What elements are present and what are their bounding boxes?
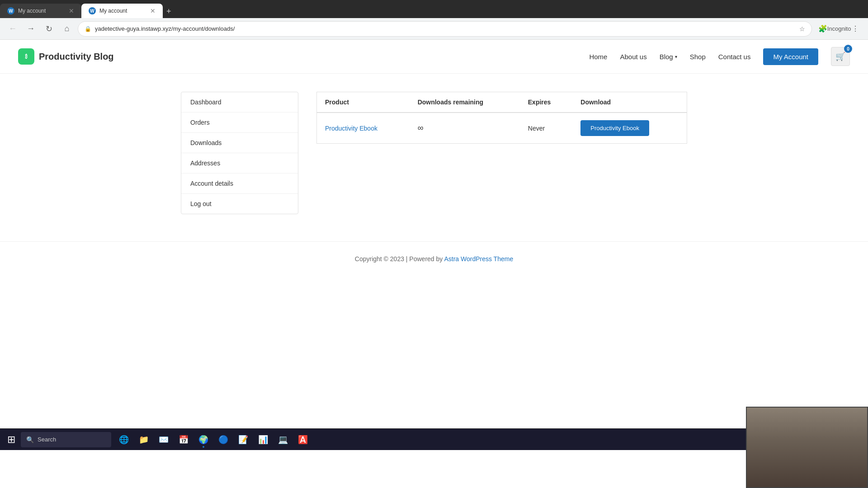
browser-tab-2[interactable]: W My account ✕	[81, 4, 163, 18]
taskbar-app-calendar[interactable]: 📅	[175, 431, 193, 449]
tab-title-1: My account	[18, 8, 65, 14]
start-button[interactable]: ⊞	[4, 432, 19, 447]
site-logo[interactable]: ₿ Productivity Blog	[18, 48, 114, 65]
my-account-button[interactable]: My Account	[763, 48, 818, 65]
taskbar-apps: 🌐 📁 ✉️ 📅 🌍 🔵 📝 📊 💻 🅰️	[115, 431, 312, 449]
taskbar-app-excel[interactable]: 📊	[254, 431, 272, 449]
col-header-downloads-remaining: Downloads remaining	[410, 92, 520, 113]
back-button[interactable]: ←	[5, 22, 20, 36]
sidebar-item-orders[interactable]: Orders	[181, 113, 298, 133]
taskbar: ⊞ 🔍 Search 🌐 📁 ✉️ 📅 🌍 🔵 📝 📊 💻 🅰️ 12:45 P…	[0, 428, 868, 450]
sidebar-item-account-details[interactable]: Account details	[181, 174, 298, 194]
browser-window: W My account ✕ W My account ✕ + ← → ↻ ⌂ …	[0, 0, 868, 40]
nav-blog[interactable]: Blog ▾	[660, 53, 677, 61]
logo-icon: ₿	[18, 48, 34, 65]
tab-close-2[interactable]: ✕	[150, 7, 156, 14]
taskbar-search-box[interactable]: 🔍 Search	[21, 432, 111, 447]
taskbar-app-edge[interactable]: 🔵	[214, 431, 232, 449]
profile-button[interactable]: Incognito	[832, 22, 846, 36]
video-background	[747, 408, 867, 450]
site-header: ₿ Productivity Blog Home About us Blog ▾…	[0, 40, 868, 74]
home-button[interactable]: ⌂	[60, 22, 74, 36]
taskbar-search-text: Search	[38, 436, 56, 443]
nav-shop[interactable]: Shop	[690, 53, 706, 61]
download-button[interactable]: Productivity Ebook	[580, 120, 649, 136]
chevron-down-icon: ▾	[675, 54, 677, 59]
cell-product: Productivity Ebook	[317, 113, 410, 144]
bookmark-icon[interactable]: ☆	[799, 25, 805, 33]
taskbar-app-mail[interactable]: ✉️	[155, 431, 173, 449]
tab-bar: W My account ✕ W My account ✕ +	[0, 0, 868, 18]
taskbar-app-adobe[interactable]: 🅰️	[294, 431, 312, 449]
url-text: yadetective-guya.instawp.xyz/my-account/…	[95, 25, 796, 32]
svg-text:₿: ₿	[25, 54, 28, 59]
taskbar-search-icon: 🔍	[26, 436, 34, 443]
new-tab-button[interactable]: +	[163, 5, 175, 18]
product-link[interactable]: Productivity Ebook	[325, 125, 377, 132]
table-row: Productivity Ebook ∞ Never Productivity …	[317, 113, 687, 144]
col-header-product: Product	[317, 92, 410, 113]
tab-favicon-2: W	[89, 7, 96, 14]
page-content: ₿ Productivity Blog Home About us Blog ▾…	[0, 40, 868, 428]
reload-button[interactable]: ↻	[42, 22, 56, 36]
cell-download: Productivity Ebook	[572, 113, 687, 144]
tab-favicon-1: W	[7, 7, 14, 14]
cell-expires: Never	[520, 113, 573, 144]
table-body: Productivity Ebook ∞ Never Productivity …	[317, 113, 687, 144]
downloads-content: Product Downloads remaining Expires Down…	[316, 92, 687, 214]
account-sidebar: Dashboard Orders Downloads Addresses Acc…	[181, 92, 298, 214]
lock-icon: 🔒	[85, 26, 91, 32]
main-nav: Home About us Blog ▾ Shop Contact us My …	[589, 47, 850, 66]
address-bar[interactable]: 🔒 yadetective-guya.instawp.xyz/my-accoun…	[78, 21, 812, 37]
tab-title-2: My account	[99, 8, 146, 14]
sidebar-item-addresses[interactable]: Addresses	[181, 153, 298, 174]
downloads-table: Product Downloads remaining Expires Down…	[316, 92, 687, 144]
sidebar-item-downloads[interactable]: Downloads	[181, 133, 298, 153]
taskbar-app-cortana[interactable]: 🌐	[115, 431, 133, 449]
nav-about-us[interactable]: About us	[620, 53, 646, 61]
cell-downloads-remaining: ∞	[410, 113, 520, 144]
nav-home[interactable]: Home	[589, 53, 607, 61]
logo-text: Productivity Blog	[39, 52, 114, 62]
taskbar-app-chrome[interactable]: 🌍	[194, 431, 212, 449]
video-overlay	[746, 407, 868, 450]
col-header-download: Download	[572, 92, 687, 113]
cart-button[interactable]: 🛒 0	[831, 47, 850, 66]
taskbar-app-word[interactable]: 📝	[234, 431, 252, 449]
browser-toolbar: ← → ↻ ⌂ 🔒 yadetective-guya.instawp.xyz/m…	[0, 18, 868, 40]
footer-theme-link[interactable]: Astra WordPress Theme	[444, 255, 513, 263]
browser-tab-1[interactable]: W My account ✕	[0, 4, 81, 18]
sidebar-item-logout[interactable]: Log out	[181, 194, 298, 214]
col-header-expires: Expires	[520, 92, 573, 113]
main-layout: Dashboard Orders Downloads Addresses Acc…	[163, 74, 705, 241]
forward-button[interactable]: →	[24, 22, 38, 36]
table-header: Product Downloads remaining Expires Down…	[317, 92, 687, 113]
sidebar-item-dashboard[interactable]: Dashboard	[181, 92, 298, 113]
taskbar-app-explorer[interactable]: 📁	[135, 431, 153, 449]
footer-copyright: Copyright © 2023 | Powered by	[355, 255, 444, 263]
tab-close-1[interactable]: ✕	[69, 7, 74, 14]
cart-icon: 🛒	[835, 52, 845, 61]
nav-contact-us[interactable]: Contact us	[718, 53, 751, 61]
taskbar-app-terminal[interactable]: 💻	[274, 431, 292, 449]
cart-badge: 0	[844, 45, 852, 53]
video-feed	[747, 408, 867, 450]
site-footer: Copyright © 2023 | Powered by Astra Word…	[0, 241, 868, 276]
menu-button[interactable]: ⋮	[848, 22, 863, 36]
toolbar-right: 🧩 Incognito ⋮	[816, 22, 863, 36]
